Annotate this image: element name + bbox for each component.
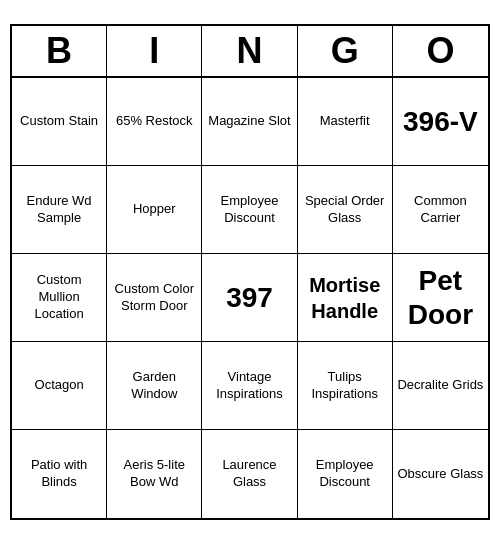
bingo-cell-1: 65% Restock <box>107 78 202 166</box>
bingo-cell-10: Custom Mullion Location <box>12 254 107 342</box>
bingo-cell-14: Pet Door <box>393 254 488 342</box>
header-letter-n: N <box>202 26 297 76</box>
bingo-cell-3: Masterfit <box>298 78 393 166</box>
bingo-cell-6: Hopper <box>107 166 202 254</box>
bingo-cell-21: Aeris 5-lite Bow Wd <box>107 430 202 518</box>
bingo-cell-0: Custom Stain <box>12 78 107 166</box>
bingo-cell-4: 396-V <box>393 78 488 166</box>
bingo-grid: Custom Stain65% RestockMagazine SlotMast… <box>12 78 488 518</box>
bingo-cell-7: Employee Discount <box>202 166 297 254</box>
bingo-header: BINGO <box>12 26 488 78</box>
bingo-cell-5: Endure Wd Sample <box>12 166 107 254</box>
bingo-cell-17: Vintage Inspirations <box>202 342 297 430</box>
header-letter-o: O <box>393 26 488 76</box>
bingo-cell-18: Tulips Inspirations <box>298 342 393 430</box>
bingo-cell-2: Magazine Slot <box>202 78 297 166</box>
bingo-cell-12: 397 <box>202 254 297 342</box>
bingo-cell-24: Obscure Glass <box>393 430 488 518</box>
bingo-cell-16: Garden Window <box>107 342 202 430</box>
header-letter-b: B <box>12 26 107 76</box>
header-letter-i: I <box>107 26 202 76</box>
bingo-card: BINGO Custom Stain65% RestockMagazine Sl… <box>10 24 490 520</box>
bingo-cell-8: Special Order Glass <box>298 166 393 254</box>
header-letter-g: G <box>298 26 393 76</box>
bingo-cell-15: Octagon <box>12 342 107 430</box>
bingo-cell-11: Custom Color Storm Door <box>107 254 202 342</box>
bingo-cell-19: Decralite Grids <box>393 342 488 430</box>
bingo-cell-22: Laurence Glass <box>202 430 297 518</box>
bingo-cell-9: Common Carrier <box>393 166 488 254</box>
bingo-cell-20: Patio with Blinds <box>12 430 107 518</box>
bingo-cell-13: Mortise Handle <box>298 254 393 342</box>
bingo-cell-23: Employee Discount <box>298 430 393 518</box>
